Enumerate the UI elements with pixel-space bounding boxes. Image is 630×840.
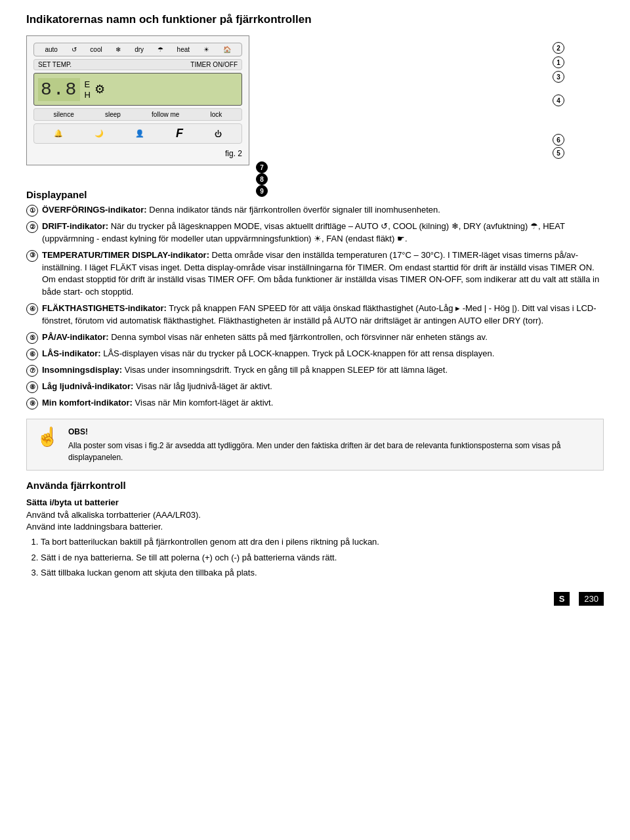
desc-7: Visas under insomningsdrift. Tryck en gå… — [125, 365, 448, 375]
lcd-side-indicators: E H — [84, 79, 90, 100]
indicator-num-8: ⑧ — [26, 381, 38, 393]
indicator-text-6: LÅS-indikator: LÅS-displayen visas när d… — [42, 348, 494, 360]
callout-num-2: 2 — [553, 42, 564, 54]
obs-title: OBS! — [68, 426, 594, 438]
indicator-num-6: ⑥ — [26, 348, 38, 360]
remote-function-icons: 🔔 🌙 👤 F ⏻ — [33, 123, 242, 144]
callout-num-1: 1 — [553, 56, 564, 68]
mode-dry-icon: ☂ — [158, 46, 163, 53]
lcd-digits: 8.8 — [38, 78, 80, 101]
term-8: Låg ljudnivå-indikator: — [42, 381, 133, 391]
indicator-num-4: ④ — [26, 303, 38, 315]
callout-5: 5 — [553, 147, 564, 159]
sleep-label: sleep — [105, 111, 121, 118]
timer-onoff-label: TIMER ON/OFF — [190, 61, 238, 68]
indicator-text-2: DRIFT-indikator: När du trycker på läges… — [42, 220, 604, 245]
indicator-num-5: ⑤ — [26, 332, 38, 344]
list-item: ⑤ PÅ/AV-indikator: Denna symbol visas nä… — [26, 331, 604, 344]
indicator-text-8: Låg ljudnivå-indikator: Visas när låg lj… — [42, 381, 272, 393]
remote-timer-bar: SET TEMP. TIMER ON/OFF — [33, 59, 242, 70]
lcd-fan-icon: ⚙ — [94, 82, 105, 96]
term-5: PÅ/AV-indikator: — [42, 332, 109, 342]
batteries-heading: Sätta i/byta ut batterier — [26, 497, 604, 507]
list-item: ② DRIFT-indikator: När du trycker på läg… — [26, 220, 604, 245]
displaypanel-heading: Displaypanel — [26, 189, 604, 200]
term-4: FLÄKTHASTIGHETS-indikator: — [42, 303, 167, 313]
lcd-e-indicator: E — [84, 79, 90, 89]
indicator-list: ① ÖVERFÖRINGS-indikator: Denna indikator… — [26, 204, 604, 410]
term-3: TEMPERATUR/TIMER DISPLAY-indikator: — [42, 250, 209, 260]
mode-dry-label: dry — [135, 46, 144, 53]
mode-heat-label: heat — [177, 46, 190, 53]
term-1: ÖVERFÖRINGS-indikator: — [42, 205, 147, 215]
callout-num-9: 9 — [256, 185, 268, 197]
f-icon: F — [176, 127, 183, 140]
mode-auto-icon: ↺ — [72, 46, 77, 53]
term-9: Min komfort-indikator: — [42, 398, 133, 408]
desc-9: Visas när Min komfort-läget är aktivt. — [135, 398, 274, 408]
term-7: Insomningsdisplay: — [42, 365, 122, 375]
person-icon: 👤 — [135, 129, 144, 138]
sleep-icon: 🌙 — [94, 129, 104, 138]
mode-auto-label: auto — [45, 46, 57, 53]
callout-container: 2 1 3 4 6 5 7 8 9 — [249, 35, 604, 180]
indicator-num-1: ① — [26, 205, 38, 217]
list-item: ④ FLÄKTHASTIGHETS-indikator: Tryck på kn… — [26, 303, 604, 327]
callout-9: 9 — [256, 185, 268, 197]
silence-icon: 🔔 — [54, 129, 63, 138]
step-1: Ta bort batteriluckan baktill på fjärrko… — [41, 536, 604, 549]
indicator-text-4: FLÄKTHASTIGHETS-indikator: Tryck på knap… — [42, 303, 604, 327]
indicator-num-3: ③ — [26, 250, 38, 262]
indicator-text-1: ÖVERFÖRINGS-indikator: Denna indikator t… — [42, 204, 440, 217]
s-badge: S — [554, 592, 570, 606]
term-6: LÅS-indikator: — [42, 348, 101, 358]
indicator-text-7: Insomningsdisplay: Visas under insomning… — [42, 364, 448, 377]
list-item: ⑨ Min komfort-indikator: Visas när Min k… — [26, 397, 604, 410]
battery-steps-list: Ta bort batteriluckan baktill på fjärrko… — [26, 536, 604, 580]
list-item: ① ÖVERFÖRINGS-indikator: Denna indikator… — [26, 204, 604, 217]
desc-5: Denna symbol visas när enheten sätts på … — [111, 332, 488, 342]
batteries-para2: Använd inte laddningsbara batterier. — [26, 522, 604, 532]
callout-3: 3 — [553, 71, 564, 83]
remote-control-diagram: auto ↺ cool ❄ dry ☂ heat ☀ 🏠 SET TEMP. T… — [26, 35, 249, 165]
indicator-num-9: ⑨ — [26, 398, 38, 410]
step-2: Sätt i de nya batterierna. Se till att p… — [41, 551, 604, 565]
anvanda-heading: Använda fjärrkontroll — [26, 480, 604, 491]
set-temp-label: SET TEMP. — [38, 61, 72, 68]
desc-8: Visas när låg ljudnivå-läget är aktivt. — [136, 381, 272, 391]
lcd-h-indicator: H — [84, 90, 90, 100]
obs-text: Alla poster som visas i fig.2 är avsedda… — [68, 440, 594, 463]
indicator-text-9: Min komfort-indikator: Visas när Min kom… — [42, 397, 273, 410]
indicator-num-7: ⑦ — [26, 365, 38, 377]
list-item: ③ TEMPERATUR/TIMER DISPLAY-indikator: De… — [26, 249, 604, 299]
step-3: Sätt tillbaka luckan genom att skjuta de… — [41, 566, 604, 580]
fig-label: fig. 2 — [33, 149, 242, 158]
page-number: 230 — [579, 592, 604, 606]
callout-8: 8 — [256, 173, 268, 185]
obs-content: OBS! Alla poster som visas i fig.2 är av… — [68, 426, 594, 463]
indicator-num-2: ② — [26, 221, 38, 233]
callout-num-8: 8 — [256, 173, 268, 185]
list-item: ⑧ Låg ljudnivå-indikator: Visas när låg … — [26, 381, 604, 393]
callout-num-5: 5 — [553, 147, 564, 159]
page-footer: S 230 — [26, 592, 604, 606]
mode-fan-icon: 🏠 — [223, 46, 231, 53]
list-item: ⑥ LÅS-indikator: LÅS-displayen visas när… — [26, 348, 604, 360]
lock-label: lock — [211, 111, 222, 118]
remote-mode-bar: auto ↺ cool ❄ dry ☂ heat ☀ 🏠 — [33, 43, 242, 56]
mode-cool-label: cool — [90, 46, 102, 53]
finger-icon: ☝ — [36, 426, 59, 448]
callout-num-3: 3 — [553, 71, 564, 83]
displaypanel-section: Displaypanel ① ÖVERFÖRINGS-indikator: De… — [26, 189, 604, 410]
silence-label: silence — [54, 111, 74, 118]
power-icon: ⏻ — [215, 130, 222, 138]
callout-num-7: 7 — [256, 161, 268, 173]
diagram-area: auto ↺ cool ❄ dry ☂ heat ☀ 🏠 SET TEMP. T… — [26, 35, 604, 180]
followme-label: follow me — [152, 111, 179, 118]
page-title: Indikatorernas namn och funktioner på fj… — [26, 13, 604, 26]
term-2: DRIFT-indikator: — [42, 221, 108, 231]
remote-function-bar: silence sleep follow me lock — [33, 108, 242, 121]
batteries-para1: Använd två alkaliska torrbatterier (AAA/… — [26, 510, 604, 520]
callout-7-group: 7 — [256, 161, 268, 173]
list-item: ⑦ Insomningsdisplay: Visas under insomni… — [26, 364, 604, 377]
